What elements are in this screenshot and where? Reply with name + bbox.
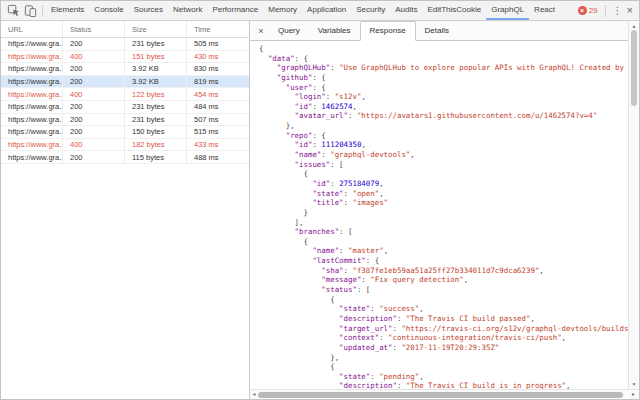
network-table-body: https://www.gra...200231 bytes505 mshttp… bbox=[1, 38, 249, 164]
table-row[interactable]: https://www.gra...200115 bytes488 ms bbox=[1, 151, 249, 164]
json-line: "title": "images" bbox=[259, 198, 628, 208]
url-cell: https://www.gra... bbox=[1, 126, 63, 138]
table-row[interactable]: https://www.gra...200231 bytes484 ms bbox=[1, 101, 249, 114]
error-count-badge[interactable]: × 29 bbox=[578, 6, 598, 15]
network-table-header: URLStatusSizeTime bbox=[1, 21, 249, 38]
size-cell: 231 bytes bbox=[125, 114, 187, 126]
devtools-tab-security[interactable]: Security bbox=[351, 1, 390, 20]
network-requests-panel: URLStatusSizeTime https://www.gra...2002… bbox=[1, 21, 250, 399]
table-row[interactable]: https://www.gra...400151 bytes430 ms bbox=[1, 51, 249, 64]
json-line: "id": 111204350, bbox=[259, 140, 628, 150]
devtools-tab-performance[interactable]: Performance bbox=[207, 1, 263, 20]
size-cell: 150 bytes bbox=[125, 126, 187, 138]
json-line: { bbox=[259, 169, 628, 179]
status-cell: 200 bbox=[63, 63, 125, 75]
url-cell: https://www.gra... bbox=[1, 51, 63, 63]
status-cell: 400 bbox=[63, 88, 125, 100]
json-line: "context": "continuous-integration/travi… bbox=[259, 333, 628, 343]
devtools-tab-network[interactable]: Network bbox=[168, 1, 207, 20]
status-cell: 200 bbox=[63, 76, 125, 88]
inspector-tab-details[interactable]: Details bbox=[416, 21, 458, 40]
table-row[interactable]: https://www.gra...400122 bytes454 ms bbox=[1, 88, 249, 101]
inspector-close-icon[interactable]: × bbox=[253, 26, 269, 36]
url-cell: https://www.gra... bbox=[1, 139, 63, 151]
column-header-status[interactable]: Status bbox=[63, 21, 125, 37]
scroll-down-arrow-icon[interactable]: ▼ bbox=[629, 379, 639, 389]
json-line: "github": { bbox=[259, 73, 628, 83]
status-cell: 200 bbox=[63, 101, 125, 113]
table-row[interactable]: https://www.gra...400182 bytes433 ms bbox=[1, 139, 249, 152]
device-toolbar-glyph bbox=[24, 4, 37, 17]
inspector-tab-query[interactable]: Query bbox=[269, 21, 309, 40]
json-line: "issues": [ bbox=[259, 160, 628, 170]
url-cell: https://www.gra... bbox=[1, 114, 63, 126]
json-line: "repo": { bbox=[259, 131, 628, 141]
inspector-tab-response[interactable]: Response bbox=[360, 21, 416, 41]
inspector-panel: × QueryVariablesResponseDetails { "data"… bbox=[250, 21, 639, 399]
devtools-tab-application[interactable]: Application bbox=[302, 1, 351, 20]
kebab-menu-icon[interactable]: ⋮ bbox=[613, 6, 623, 16]
inspect-element-icon[interactable] bbox=[5, 3, 22, 19]
size-cell: 122 bytes bbox=[125, 88, 187, 100]
status-cell: 400 bbox=[63, 139, 125, 151]
toolbar-right-controls: × 29 ⋮ × bbox=[578, 5, 635, 17]
status-cell: 200 bbox=[63, 151, 125, 163]
time-cell: 454 ms bbox=[187, 88, 249, 100]
json-line: "login": "s12v", bbox=[259, 92, 628, 102]
vertical-scrollbar[interactable]: ▲ ▼ bbox=[628, 21, 639, 389]
json-line: "state": "success", bbox=[259, 304, 628, 314]
json-line: "lastCommit": { bbox=[259, 256, 628, 266]
devtools-tab-elements[interactable]: Elements bbox=[46, 1, 89, 20]
devtools-tab-console[interactable]: Console bbox=[89, 1, 128, 20]
devtools-tab-react[interactable]: React bbox=[529, 1, 560, 20]
json-line: "status": [ bbox=[259, 285, 628, 295]
scroll-left-arrow-icon[interactable]: ◄ bbox=[250, 390, 258, 399]
time-cell: 505 ms bbox=[187, 38, 249, 50]
table-row[interactable]: https://www.gra...200231 bytes505 ms bbox=[1, 38, 249, 51]
column-header-size[interactable]: Size bbox=[125, 21, 187, 37]
error-icon: × bbox=[578, 6, 587, 15]
devtools-tab-sources[interactable]: Sources bbox=[129, 1, 168, 20]
devtools-toolbar: ElementsConsoleSourcesNetworkPerformance… bbox=[1, 1, 639, 21]
vertical-scrollbar-thumb[interactable] bbox=[631, 30, 637, 106]
device-toolbar-icon[interactable] bbox=[22, 3, 39, 19]
devtools-tab-memory[interactable]: Memory bbox=[263, 1, 302, 20]
table-row[interactable]: https://www.gra...200150 bytes515 ms bbox=[1, 126, 249, 139]
json-line: "sha": "f387fe1eb59aa51a25ff27b334011d7c… bbox=[259, 266, 628, 276]
toolbar-separator bbox=[605, 5, 606, 17]
response-json-viewer: { "data": { "graphQLHub": "Use GraphQLHu… bbox=[259, 44, 628, 389]
json-line: ], bbox=[259, 218, 628, 228]
table-row[interactable]: https://www.gra...2003.92 KB830 ms bbox=[1, 63, 249, 76]
size-cell: 3.92 KB bbox=[125, 63, 187, 75]
json-line: "name": "master", bbox=[259, 246, 628, 256]
time-cell: 430 ms bbox=[187, 51, 249, 63]
url-cell: https://www.gra... bbox=[1, 38, 63, 50]
devtools-tab-strip: ElementsConsoleSourcesNetworkPerformance… bbox=[46, 1, 578, 20]
status-cell: 400 bbox=[63, 51, 125, 63]
column-header-url[interactable]: URL bbox=[1, 21, 63, 37]
devtools-tab-graphql[interactable]: GraphQL bbox=[486, 1, 529, 20]
table-row[interactable]: https://www.gra...2003.92 KB819 ms bbox=[1, 76, 249, 89]
json-line: "target_url": "https://travis-ci.org/s12… bbox=[259, 324, 628, 334]
json-line: "avatar_url": "https://avatars1.githubus… bbox=[259, 111, 628, 121]
time-cell: 433 ms bbox=[187, 139, 249, 151]
json-line: "graphQLHub": "Use GraphQLHub to explore… bbox=[259, 63, 628, 73]
horizontal-scrollbar[interactable]: ◄ bbox=[250, 389, 628, 399]
size-cell: 151 bytes bbox=[125, 51, 187, 63]
devtools-tab-editthiscookie[interactable]: EditThisCookie bbox=[422, 1, 486, 20]
time-cell: 484 ms bbox=[187, 101, 249, 113]
size-cell: 231 bytes bbox=[125, 38, 187, 50]
json-line: "data": { bbox=[259, 54, 628, 64]
devtools-tab-audits[interactable]: Audits bbox=[390, 1, 422, 20]
table-row[interactable]: https://www.gra...200231 bytes507 ms bbox=[1, 114, 249, 127]
column-header-time[interactable]: Time bbox=[187, 21, 249, 37]
time-cell: 507 ms bbox=[187, 114, 249, 126]
scroll-right-arrow-icon[interactable]: ► bbox=[628, 389, 639, 399]
response-content: { "data": { "graphQLHub": "Use GraphQLHu… bbox=[250, 41, 628, 389]
url-cell: https://www.gra... bbox=[1, 63, 63, 75]
horizontal-scrollbar-thumb[interactable] bbox=[258, 392, 623, 398]
close-devtools-button[interactable]: × bbox=[627, 5, 633, 16]
inspector-tab-variables[interactable]: Variables bbox=[309, 21, 360, 40]
status-cell: 200 bbox=[63, 38, 125, 50]
json-line: }, bbox=[259, 121, 628, 131]
